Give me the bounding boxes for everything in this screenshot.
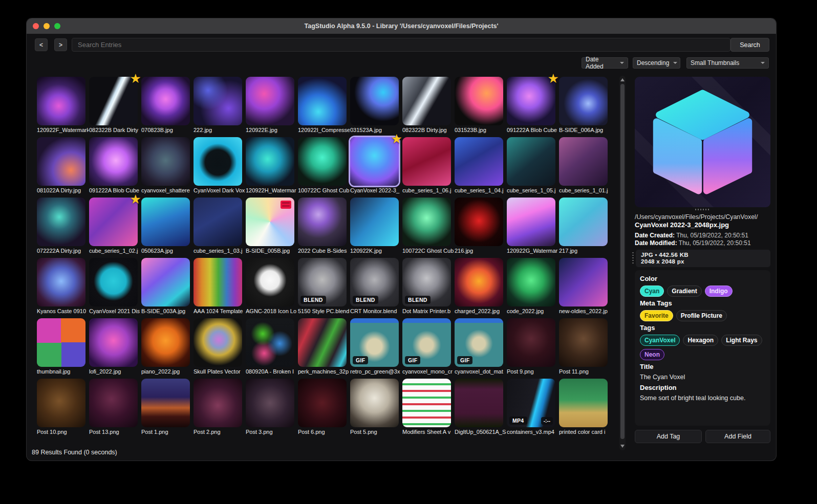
grid-item[interactable]: 2022 Cube B-Sides: [298, 198, 347, 254]
tag-chip[interactable]: CyanVoxel: [640, 335, 680, 346]
thumbnail-image[interactable]: [193, 77, 242, 125]
title-value[interactable]: The Cyan Voxel: [640, 374, 765, 381]
grid-item[interactable]: Post 3.png: [246, 379, 294, 435]
thumbnail-image[interactable]: BLEND: [402, 258, 451, 306]
thumbnail-image[interactable]: [37, 379, 85, 427]
thumbnail-image[interactable]: [455, 379, 503, 427]
sort-field-dropdown[interactable]: Date Added: [582, 57, 628, 69]
thumbnail-image[interactable]: [455, 77, 503, 125]
grid-item[interactable]: new-oldies_2022.jp: [559, 258, 608, 315]
thumbnail-image[interactable]: [298, 318, 347, 367]
grid-item[interactable]: CyanVoxel 2022-3_: [350, 137, 399, 194]
grid-item[interactable]: cyanvoxel_shattere: [141, 137, 190, 194]
grid-item[interactable]: 091222A Blob Cube: [507, 77, 555, 134]
grid-item[interactable]: 120922E.jpg: [246, 77, 294, 134]
thumbnail-image[interactable]: [37, 77, 85, 125]
thumbnail-image[interactable]: [402, 198, 451, 246]
grid-item[interactable]: 082322B Dark Dirty: [89, 77, 138, 134]
thumbnail-image[interactable]: [193, 137, 242, 186]
thumbnail-image[interactable]: [298, 198, 347, 246]
grid-item[interactable]: BLEND 5150 Style PC.blend: [298, 258, 347, 315]
thumbnail-image[interactable]: [298, 137, 347, 186]
search-button[interactable]: Search: [730, 38, 769, 52]
grid-item[interactable]: Kyanos Caste 0910: [37, 258, 85, 315]
thumbnail-image[interactable]: [141, 258, 190, 306]
thumbnail-image[interactable]: [298, 77, 347, 125]
search-input[interactable]: [72, 38, 730, 52]
thumbnail-image[interactable]: [141, 77, 190, 125]
thumbnail-image[interactable]: [402, 379, 451, 427]
forward-button[interactable]: >: [54, 38, 67, 51]
grid-item[interactable]: 120922I_Compressed: [298, 77, 347, 134]
thumbnail-image[interactable]: [402, 77, 451, 125]
thumbnail-image[interactable]: [298, 379, 347, 427]
thumbnail-image[interactable]: [455, 258, 503, 306]
minimize-icon[interactable]: [44, 23, 50, 29]
thumbnail-image[interactable]: [141, 318, 190, 367]
thumbnail-image[interactable]: [507, 77, 555, 125]
thumbnail-image[interactable]: [141, 379, 190, 427]
grid-item[interactable]: BLEND CRT Monitor.blend: [350, 258, 399, 315]
grid-item[interactable]: 081022A Dirty.jpg: [37, 137, 85, 194]
grid-item[interactable]: B-SIDE_005B.jpg: [246, 198, 294, 254]
grid-item[interactable]: charged_2022.jpg: [455, 258, 503, 315]
grid-item[interactable]: 080920A - Broken I: [246, 318, 294, 375]
tag-chip[interactable]: Light Rays: [721, 335, 762, 346]
grid-item[interactable]: cube_series_1_02.j: [89, 198, 138, 254]
grid-item[interactable]: Post 5.png: [350, 379, 399, 435]
grid-item[interactable]: 120922F_Watermark: [37, 77, 85, 134]
tag-chip[interactable]: Favorite: [640, 310, 673, 321]
thumbnail-image[interactable]: [89, 137, 138, 186]
grid-item[interactable]: B-SIDE_006A.jpg: [559, 77, 608, 134]
thumbnail-image[interactable]: [246, 258, 294, 306]
zoom-icon[interactable]: [54, 23, 60, 29]
thumbnail-image[interactable]: [37, 258, 85, 306]
thumbnail-image[interactable]: [37, 318, 85, 367]
thumbnail-image[interactable]: [559, 318, 608, 367]
grid-item[interactable]: Modifiers Sheet A v: [402, 379, 451, 435]
grid-item[interactable]: 100722C Ghost Cub: [298, 137, 347, 194]
grid-item[interactable]: AAA 1024 Template: [193, 258, 242, 315]
thumbnail-image[interactable]: [559, 77, 608, 125]
grid-item[interactable]: cube_series_1_04.j: [455, 137, 503, 194]
grid-item[interactable]: cube_series_1_05.j: [507, 137, 555, 194]
grid-item[interactable]: 070823B.jpg: [141, 77, 190, 134]
sort-direction-dropdown[interactable]: Descending: [633, 57, 680, 69]
grid-item[interactable]: Post 6.png: [298, 379, 347, 435]
thumbnail-image[interactable]: [246, 318, 294, 367]
thumbnail-image[interactable]: [193, 258, 242, 306]
close-icon[interactable]: [33, 23, 39, 29]
thumbnail-image[interactable]: [246, 198, 294, 246]
tag-chip[interactable]: Profile Picture: [676, 310, 727, 321]
thumbnail-image[interactable]: GIF: [350, 318, 399, 367]
grid-item[interactable]: piano_2022.jpg: [141, 318, 190, 375]
thumbnail-image[interactable]: BLEND: [350, 258, 399, 306]
grid-item[interactable]: cube_series_1_06.j: [402, 137, 451, 194]
thumbnail-image[interactable]: [350, 198, 399, 246]
thumbnail-image[interactable]: [559, 258, 608, 306]
grid-item[interactable]: Post 13.png: [89, 379, 138, 435]
thumbnail-image[interactable]: [37, 198, 85, 246]
grid-item[interactable]: cube_series_1_01.j: [559, 137, 608, 194]
grid-item[interactable]: thumbnail.jpg: [37, 318, 85, 375]
add-tag-button[interactable]: Add Tag: [635, 430, 702, 443]
grid-item[interactable]: 120922H_Watermar: [246, 137, 294, 194]
thumbnail-image[interactable]: [193, 198, 242, 246]
scroll-down-icon[interactable]: [620, 445, 625, 448]
tag-chip[interactable]: Indigo: [705, 286, 733, 297]
grid-item[interactable]: BLEND Dot Matrix Printer.b: [402, 258, 451, 315]
tag-chip[interactable]: Neon: [640, 349, 664, 360]
thumbnail-image[interactable]: BLEND: [298, 258, 347, 306]
thumbnail-image[interactable]: [559, 198, 608, 246]
thumbnail-image[interactable]: [89, 198, 138, 246]
grid-item[interactable]: 216.jpg: [455, 198, 503, 254]
scrollbar-thumb[interactable]: [620, 84, 625, 439]
preview-resize-handle[interactable]: [635, 209, 770, 211]
grid-item[interactable]: code_2022.jpg: [507, 258, 555, 315]
grid-item[interactable]: 091222A Blob Cube: [89, 137, 138, 194]
thumbnail-image[interactable]: [455, 198, 503, 246]
grid-item[interactable]: cube_series_1_03.j: [193, 198, 242, 254]
thumbnail-image[interactable]: [89, 77, 138, 125]
add-field-button[interactable]: Add Field: [705, 430, 770, 443]
grid-item[interactable]: 120922K.jpg: [350, 198, 399, 254]
